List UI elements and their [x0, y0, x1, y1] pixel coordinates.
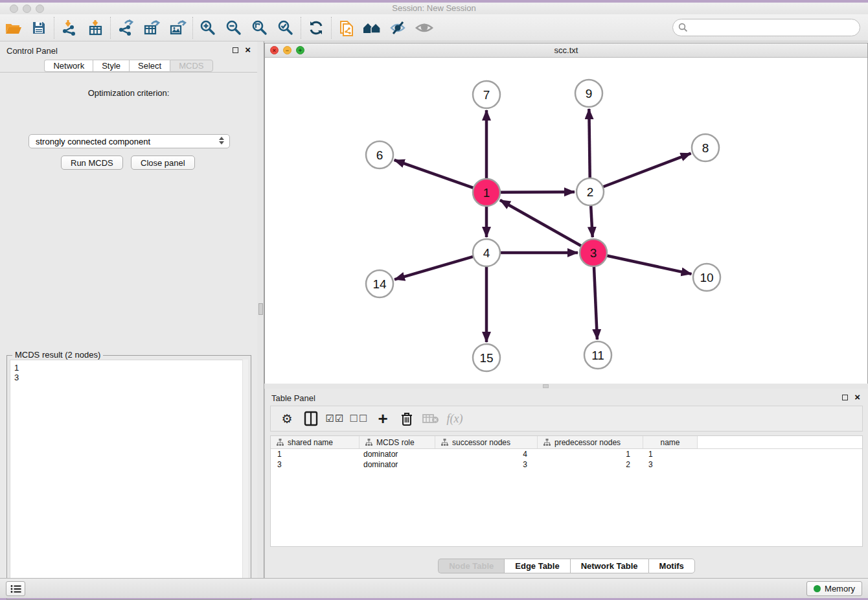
- edge-1-2[interactable]: [500, 192, 575, 192]
- node-6[interactable]: 6: [366, 141, 393, 168]
- splitter-handle[interactable]: [543, 384, 549, 388]
- refresh-layout-icon[interactable]: [303, 17, 329, 39]
- save-session-icon[interactable]: [26, 17, 52, 39]
- edge-3-11[interactable]: [594, 266, 597, 340]
- zoom-fit-icon[interactable]: [247, 17, 273, 39]
- horizontal-splitter[interactable]: [264, 384, 868, 389]
- column-header-name[interactable]: name: [643, 436, 698, 448]
- node-15[interactable]: 15: [473, 344, 500, 371]
- tab-motifs[interactable]: Motifs: [648, 559, 695, 573]
- float-panel-icon[interactable]: [842, 395, 848, 400]
- tab-mcds[interactable]: MCDS: [170, 60, 212, 72]
- tab-node-table[interactable]: Node Table: [438, 559, 504, 573]
- table-toolbar: ⚙ ☑☑ ☐☐ + f(x): [270, 406, 863, 432]
- cell-name: 1: [643, 449, 698, 459]
- function-builder-icon[interactable]: f(x): [445, 409, 464, 428]
- tab-select[interactable]: Select: [129, 60, 170, 72]
- node-9[interactable]: 9: [575, 80, 602, 107]
- close-panel-icon[interactable]: ×: [245, 44, 251, 56]
- node-10[interactable]: 10: [693, 264, 720, 291]
- cell-successor-nodes: 3: [435, 459, 538, 470]
- delete-table-icon[interactable]: [421, 409, 440, 428]
- edge-1-6[interactable]: [394, 160, 474, 188]
- tab-style[interactable]: Style: [93, 60, 129, 72]
- node-4[interactable]: 4: [473, 239, 500, 266]
- vertical-splitter[interactable]: [257, 41, 264, 578]
- node-1[interactable]: 1: [473, 179, 500, 206]
- column-header-predecessor-nodes[interactable]: predecessor nodes: [538, 436, 643, 448]
- control-panel-header: Control Panel ×: [0, 41, 257, 60]
- column-header-filler: [698, 436, 862, 448]
- deselect-all-icon[interactable]: ☐☐: [349, 409, 369, 428]
- chevron-updown-icon: [219, 137, 224, 144]
- edge-2-9[interactable]: [589, 109, 589, 178]
- column-header-MCDS-role[interactable]: MCDS role: [360, 436, 435, 448]
- add-column-icon[interactable]: +: [373, 409, 393, 428]
- run-mcds-button[interactable]: Run MCDS: [61, 156, 123, 170]
- node-2[interactable]: 2: [577, 178, 604, 205]
- hide-unselected-icon[interactable]: [385, 17, 411, 39]
- node-8[interactable]: 8: [692, 134, 719, 161]
- result-scrollbar[interactable]: [242, 360, 248, 597]
- import-table-icon[interactable]: [82, 17, 108, 39]
- close-panel-button[interactable]: Close panel: [131, 156, 195, 170]
- node-label: 2: [587, 185, 594, 199]
- float-panel-icon[interactable]: [233, 47, 238, 53]
- search-input[interactable]: [688, 23, 860, 32]
- node-11[interactable]: 11: [584, 341, 611, 369]
- show-all-icon[interactable]: [411, 17, 437, 39]
- sort-tree-icon: [365, 439, 372, 446]
- export-image-icon[interactable]: [165, 17, 190, 39]
- memory-label: Memory: [825, 584, 855, 594]
- zoom-out-icon[interactable]: [221, 17, 247, 39]
- edge-2-8[interactable]: [603, 154, 691, 187]
- network-graph[interactable]: 7968124314101511: [265, 58, 867, 384]
- task-history-button[interactable]: [6, 581, 25, 596]
- network-canvas[interactable]: 7968124314101511: [265, 58, 867, 384]
- cell-MCDS-role: dominator: [360, 459, 435, 470]
- edge-3-1[interactable]: [500, 200, 582, 246]
- zoom-selected-icon[interactable]: [273, 17, 299, 39]
- splitter-handle[interactable]: [258, 303, 263, 315]
- zoom-in-icon[interactable]: [195, 17, 221, 39]
- table-row[interactable]: 1dominator411: [271, 449, 862, 459]
- cell-predecessor-nodes: 2: [538, 459, 643, 470]
- memory-button[interactable]: Memory: [806, 581, 862, 596]
- mcds-result-text[interactable]: 1 3: [10, 360, 248, 597]
- network-titlebar: × − + scc.txt: [265, 43, 867, 58]
- copy-network-icon[interactable]: [334, 17, 360, 39]
- export-network-icon[interactable]: [113, 17, 139, 39]
- close-panel-icon[interactable]: ×: [854, 391, 860, 403]
- import-network-icon[interactable]: [56, 17, 82, 39]
- sort-tree-icon: [441, 439, 448, 446]
- optimization-criterion-dropdown[interactable]: strongly connected component: [29, 134, 230, 148]
- tab-edge-table[interactable]: Edge Table: [504, 559, 569, 573]
- column-header-shared-name[interactable]: shared name: [271, 436, 360, 448]
- tab-network-table[interactable]: Network Table: [570, 559, 648, 573]
- node-3[interactable]: 3: [580, 239, 607, 266]
- node-14[interactable]: 14: [366, 270, 393, 297]
- table-row[interactable]: 3dominator323: [271, 459, 862, 470]
- main-toolbar: [0, 14, 868, 41]
- node-label: 9: [586, 87, 593, 100]
- list-icon: [10, 584, 21, 594]
- select-all-icon[interactable]: ☑☑: [325, 409, 345, 428]
- toolbar-divider: [110, 17, 111, 39]
- cell-shared-name: 1: [271, 449, 360, 459]
- export-table-icon[interactable]: [139, 17, 165, 39]
- home-view-icon[interactable]: [360, 17, 385, 39]
- search-box[interactable]: [672, 19, 860, 36]
- trash-icon[interactable]: [397, 409, 417, 428]
- edge-4-14[interactable]: [394, 257, 474, 279]
- mcds-result-title: MCDS result (2 nodes): [12, 350, 103, 360]
- edge-2-3[interactable]: [591, 205, 593, 237]
- tab-network[interactable]: Network: [44, 60, 93, 72]
- edge-3-10[interactable]: [607, 255, 692, 273]
- network-window: × − + scc.txt 7968124314101511: [264, 43, 868, 384]
- table-panel-title: Table Panel: [271, 393, 315, 403]
- gear-icon[interactable]: ⚙: [277, 409, 297, 428]
- node-7[interactable]: 7: [473, 81, 500, 108]
- column-header-successor-nodes[interactable]: successor nodes: [435, 436, 538, 448]
- open-session-icon[interactable]: [0, 17, 26, 39]
- column-view-icon[interactable]: [301, 409, 321, 428]
